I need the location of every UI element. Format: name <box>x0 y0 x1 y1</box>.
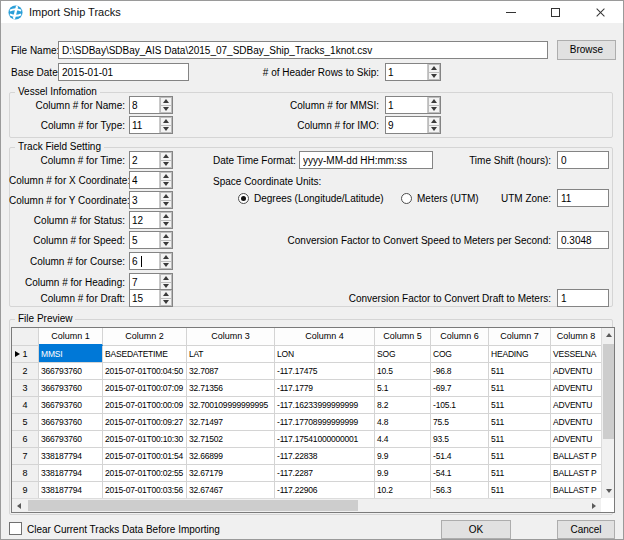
preview-cell[interactable]: 10.2 <box>375 482 431 498</box>
preview-cell[interactable]: -117.22838 <box>275 448 375 465</box>
y-column-spin-buttons[interactable] <box>159 192 172 208</box>
preview-cell[interactable]: 511 <box>489 397 551 414</box>
meters-utm-radio[interactable] <box>401 193 412 204</box>
y-column-input[interactable] <box>130 192 159 208</box>
preview-cell[interactable]: 93.5 <box>431 431 489 448</box>
speed-factor-input[interactable] <box>557 231 609 249</box>
type-column-spinner[interactable] <box>129 116 173 134</box>
status-column-spin-buttons[interactable] <box>159 212 172 228</box>
scroll-right-button[interactable] <box>587 499 601 512</box>
browse-button[interactable]: Browse <box>557 40 616 60</box>
mmsi-column-spinner[interactable] <box>385 96 441 114</box>
preview-cell[interactable]: 9.9 <box>375 448 431 465</box>
preview-column-header[interactable]: Column 6 <box>431 328 489 346</box>
spin-down-icon[interactable] <box>160 106 172 114</box>
ok-button[interactable]: OK <box>441 520 511 539</box>
preview-cell[interactable]: HEADING <box>489 346 551 363</box>
spin-up-icon[interactable] <box>160 253 172 262</box>
spin-up-icon[interactable] <box>160 274 172 283</box>
heading-column-input[interactable] <box>130 274 159 290</box>
y-column-spinner[interactable] <box>129 191 173 209</box>
close-button[interactable] <box>578 1 623 23</box>
preview-cell[interactable]: -56.3 <box>431 482 489 498</box>
preview-cell[interactable]: 32.700109999999995 <box>187 397 275 414</box>
spin-up-icon[interactable] <box>428 64 440 73</box>
vertical-scroll-thumb[interactable] <box>603 344 614 439</box>
header-rows-skip-spinner[interactable] <box>385 63 441 81</box>
spin-up-icon[interactable] <box>428 97 440 106</box>
preview-row-header[interactable]: 2 <box>12 363 39 380</box>
spin-down-icon[interactable] <box>160 299 172 307</box>
preview-cell[interactable]: LAT <box>187 346 275 363</box>
datetime-format-input[interactable] <box>299 151 433 169</box>
draft-column-spinner[interactable] <box>129 289 173 307</box>
preview-cell[interactable]: -117.2287 <box>275 465 375 482</box>
preview-cell[interactable]: 9.9 <box>375 465 431 482</box>
preview-column-header[interactable]: Column 3 <box>187 328 275 346</box>
preview-cell[interactable]: -96.8 <box>431 363 489 380</box>
spin-down-icon[interactable] <box>428 106 440 114</box>
preview-corner-cell[interactable] <box>12 328 39 346</box>
preview-cell[interactable]: -54.1 <box>431 465 489 482</box>
heading-column-spin-buttons[interactable] <box>159 274 172 290</box>
horizontal-scrollbar[interactable] <box>12 498 601 512</box>
degrees-radio[interactable] <box>238 193 249 204</box>
preview-cell[interactable]: 366793760 <box>39 363 103 380</box>
preview-column-header[interactable]: Column 2 <box>103 328 187 346</box>
preview-cell[interactable]: COG <box>431 346 489 363</box>
scroll-left-button[interactable] <box>12 499 26 512</box>
file-name-input[interactable] <box>58 41 548 59</box>
preview-cell[interactable]: 366793760 <box>39 397 103 414</box>
spin-up-icon[interactable] <box>160 172 172 181</box>
preview-cell[interactable]: 338187794 <box>39 465 103 482</box>
imo-column-input[interactable] <box>386 117 427 133</box>
preview-cell[interactable]: 511 <box>489 448 551 465</box>
type-column-input[interactable] <box>130 117 159 133</box>
preview-cell[interactable]: 338187794 <box>39 482 103 498</box>
time-column-spinner[interactable] <box>129 151 173 169</box>
x-column-spin-buttons[interactable] <box>159 172 172 188</box>
header-rows-spin-buttons[interactable] <box>427 64 440 80</box>
spin-down-icon[interactable] <box>428 73 440 81</box>
preview-cell[interactable]: BALLAST P <box>551 448 601 465</box>
mmsi-column-input[interactable] <box>386 97 427 113</box>
preview-cell[interactable]: 511 <box>489 431 551 448</box>
preview-cell[interactable]: BALLAST P <box>551 465 601 482</box>
imo-column-spin-buttons[interactable] <box>427 117 440 133</box>
spin-down-icon[interactable] <box>160 126 172 134</box>
preview-cell[interactable]: 366793760 <box>39 431 103 448</box>
base-date-input[interactable] <box>58 63 189 81</box>
spin-up-icon[interactable] <box>160 192 172 201</box>
preview-cell[interactable]: 511 <box>489 482 551 498</box>
scroll-up-button[interactable] <box>602 328 615 342</box>
preview-cell[interactable]: 4.8 <box>375 414 431 431</box>
preview-cell[interactable]: -117.16233999999999 <box>275 397 375 414</box>
preview-row-header[interactable]: 9 <box>12 482 39 498</box>
preview-column-header[interactable]: Column 7 <box>489 328 551 346</box>
scroll-down-button[interactable] <box>602 484 615 498</box>
name-column-spinner[interactable] <box>129 96 173 114</box>
preview-cell[interactable]: 2015-07-01T00:03:56 <box>103 482 187 498</box>
preview-row-header[interactable]: 7 <box>12 448 39 465</box>
preview-column-header[interactable]: Column 4 <box>275 328 375 346</box>
time-column-spin-buttons[interactable] <box>159 152 172 168</box>
minimize-button[interactable] <box>488 1 533 23</box>
preview-cell[interactable]: 511 <box>489 380 551 397</box>
preview-cell[interactable]: 2015-07-01T00:01:54 <box>103 448 187 465</box>
preview-cell[interactable]: -105.1 <box>431 397 489 414</box>
preview-column-header[interactable]: Column 5 <box>375 328 431 346</box>
clear-tracks-checkbox[interactable] <box>9 522 22 535</box>
preview-cell[interactable]: BASEDATETIME <box>103 346 187 363</box>
preview-cell[interactable]: 2015-07-01T00:07:09 <box>103 380 187 397</box>
preview-cell[interactable]: BALLAST P <box>551 482 601 498</box>
preview-cell[interactable]: 32.66899 <box>187 448 275 465</box>
preview-cell[interactable]: 2015-07-01T00:04:50 <box>103 363 187 380</box>
preview-row-header[interactable]: 6 <box>12 431 39 448</box>
spin-down-icon[interactable] <box>160 201 172 209</box>
cancel-button[interactable]: Cancel <box>557 520 615 539</box>
speed-column-spin-buttons[interactable] <box>159 232 172 248</box>
status-column-spinner[interactable] <box>129 211 173 229</box>
preview-cell[interactable]: ADVENTU <box>551 431 601 448</box>
spin-down-icon[interactable] <box>428 126 440 134</box>
preview-cell[interactable]: -51.4 <box>431 448 489 465</box>
